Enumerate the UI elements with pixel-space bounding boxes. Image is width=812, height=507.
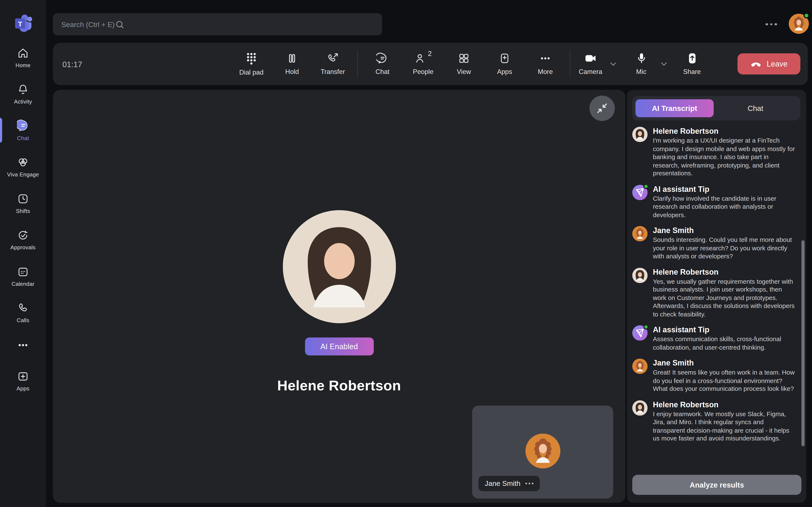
sidebar-item-more[interactable] (0, 331, 46, 362)
sidebar-item-label: Viva Engage (7, 171, 39, 177)
sidebar-item-label: Apps (16, 385, 30, 391)
pip-name: Jane Smith (485, 480, 521, 488)
ai-enabled-badge: AI Enabled (305, 338, 373, 355)
self-view-tile: Jane Smith (472, 406, 613, 499)
call-timer: 01:17 (62, 43, 82, 85)
avatar-helene (632, 268, 648, 283)
pip-more-icon[interactable] (525, 483, 534, 485)
sidebar-item-home[interactable]: Home (0, 39, 46, 76)
avatar-helene (632, 400, 648, 415)
dialpad-button[interactable]: Dial pad (231, 47, 272, 81)
app-sidebar: T Home Activity Chat Viva Engage (0, 0, 46, 507)
tab-chat[interactable]: Chat (714, 99, 797, 117)
status-available-dot (644, 183, 649, 189)
mic-chevron-icon[interactable] (657, 47, 671, 81)
people-count: 2 (428, 50, 432, 58)
shifts-icon (17, 192, 29, 205)
avatar-ai-assistant (632, 185, 648, 200)
more-button[interactable]: More (525, 47, 566, 81)
message-text: Clarify how involved the candidate is in… (653, 194, 796, 219)
sidebar-item-activity[interactable]: Activity (0, 76, 46, 112)
analyze-results-button[interactable]: Analyze results (632, 475, 801, 495)
viva-engage-icon (17, 156, 29, 168)
people-icon: 2 (415, 52, 432, 65)
svg-text:T: T (18, 20, 22, 28)
sidebar-item-calls[interactable]: Calls (0, 294, 46, 331)
more-dots-icon (17, 339, 29, 351)
sidebar-item-label: Home (15, 61, 31, 68)
sidebar-item-label: Activity (14, 98, 32, 104)
message-text: Great! It seems like you often work in a… (653, 369, 796, 393)
speaker-name: AI assistant Tip (653, 325, 796, 334)
call-controls: Dial pad Hold Transfer Chat (231, 43, 801, 85)
speaker-name: Helene Robertson (653, 400, 796, 408)
teams-call-window: T Home Activity Chat Viva Engage (0, 0, 812, 507)
search-icon (115, 19, 125, 30)
sidebar-item-shifts[interactable]: Shifts (0, 185, 46, 221)
transfer-button[interactable]: Transfer (312, 47, 353, 81)
share-icon (686, 52, 698, 65)
hold-button[interactable]: Hold (272, 47, 312, 81)
apps-plus-icon (499, 52, 511, 65)
transcript-message: Helene Robertson I enjoy teamwork. We mo… (632, 400, 796, 443)
call-toolbar: 01:17 Dial pad Hold Transfer (53, 43, 808, 85)
sidebar-item-label: Calendar (11, 280, 35, 286)
chat-button[interactable]: Chat (362, 47, 403, 81)
speaker-name: AI assistant Tip (653, 185, 796, 193)
share-button[interactable]: Share (676, 47, 708, 81)
avatar-jane (632, 226, 648, 241)
sidebar-item-calendar[interactable]: Calendar (0, 258, 46, 294)
transcript-scrollbar[interactable] (801, 240, 805, 446)
sidebar-item-viva-engage[interactable]: Viva Engage (0, 149, 46, 185)
leave-button[interactable]: Leave (738, 53, 801, 74)
camera-icon (584, 52, 597, 65)
phone-icon (17, 302, 29, 314)
home-icon (17, 47, 29, 59)
user-avatar[interactable] (789, 14, 809, 34)
panel-tabs: AI Transcript Chat (632, 96, 800, 120)
camera-button[interactable]: Camera (575, 47, 606, 81)
window-more-menu[interactable] (763, 20, 779, 29)
status-available-dot (804, 13, 809, 18)
camera-chevron-icon[interactable] (606, 47, 620, 81)
transcript-message: AI assistant Tip Clarify how involved th… (632, 185, 796, 219)
sidebar-item-label: Shifts (16, 207, 30, 214)
transcript-message: Jane Smith Great! It seems like you ofte… (632, 359, 796, 393)
tab-ai-transcript[interactable]: AI Transcript (636, 99, 714, 117)
message-text: Yes, we usually gather requirements toge… (653, 278, 796, 319)
toolbar-divider (570, 50, 570, 78)
transcript-message: Jane Smith Sounds interesting. Could you… (632, 226, 796, 261)
more-dots-icon (539, 52, 552, 65)
avatar-jane (632, 359, 648, 374)
chat-bubble-icon (376, 52, 389, 65)
mic-icon (635, 52, 648, 65)
participant-name: Helene Robertson (53, 378, 625, 394)
speaker-name: Helene Robertson (653, 268, 796, 276)
message-text: Sounds interesting. Could you tell me mo… (653, 236, 796, 261)
mic-button[interactable]: Mic (625, 47, 657, 81)
pip-avatar (525, 434, 560, 468)
message-text: I'm working as a UX/UI designer at a Fin… (653, 137, 796, 178)
view-grid-icon (458, 52, 470, 65)
avatar-ai-assistant (632, 325, 648, 341)
search-input[interactable]: Search (Ctrl + E) (53, 13, 382, 36)
avatar-helene (632, 127, 648, 142)
view-button[interactable]: View (444, 47, 485, 81)
search-placeholder: Search (Ctrl + E) (61, 20, 115, 28)
speaker-name: Jane Smith (653, 226, 796, 234)
sidebar-item-chat[interactable]: Chat (0, 112, 46, 149)
sidebar-item-label: Approvals (10, 244, 36, 250)
bell-icon (17, 83, 29, 96)
collapse-view-button[interactable] (590, 96, 615, 121)
toolbar-divider (357, 50, 358, 78)
speaker-name: Jane Smith (653, 359, 796, 367)
people-button[interactable]: 2 People (403, 47, 444, 81)
apps-button[interactable]: Apps (484, 47, 525, 81)
sidebar-item-apps[interactable]: Apps (0, 362, 46, 399)
pip-name-label: Jane Smith (478, 476, 540, 491)
sidebar-item-approvals[interactable]: Approvals (0, 221, 46, 258)
collapse-arrows-icon (595, 101, 609, 115)
sidebar-item-label: Chat (17, 135, 29, 141)
chat-icon (17, 119, 30, 132)
hangup-icon (750, 58, 762, 70)
